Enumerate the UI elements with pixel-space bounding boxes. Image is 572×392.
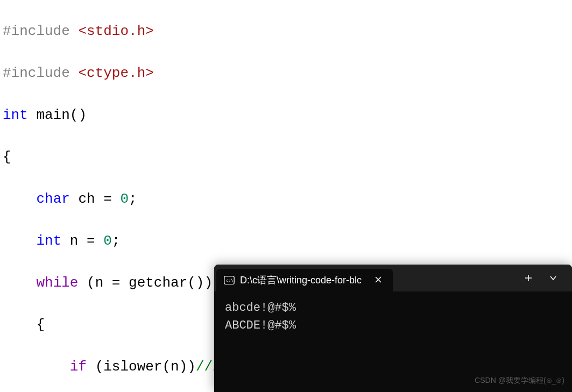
keyword-int: int: [3, 107, 28, 123]
code-line: {: [3, 147, 569, 168]
terminal-actions: [517, 268, 570, 288]
terminal-output[interactable]: abcde!@#$% ABCDE!@#$%: [214, 291, 572, 342]
code-line: char ch = 0;: [3, 189, 569, 210]
code-line: #include <ctype.h>: [3, 63, 569, 84]
watermark: CSDN @我要学编程(⊙_⊙): [475, 376, 564, 386]
svg-text:c:\: c:\: [226, 278, 234, 283]
close-icon[interactable]: [371, 274, 385, 287]
keyword-if: if: [70, 359, 87, 375]
terminal-line: abcde!@#$%: [225, 299, 561, 317]
code-line: #include <stdio.h>: [3, 21, 569, 42]
terminal-window[interactable]: c:\ D:\c语言\writing-code-for-blc abcde!@#…: [214, 265, 572, 392]
dropdown-button[interactable]: [542, 268, 564, 288]
keyword-int: int: [36, 233, 61, 249]
function-main: main(): [28, 107, 87, 123]
preprocessor-directive: #include: [3, 23, 78, 39]
header-include: <stdio.h>: [78, 23, 153, 39]
new-tab-button[interactable]: [517, 268, 540, 288]
preprocessor-directive: #include: [3, 65, 78, 81]
number-literal: 0: [120, 191, 129, 207]
header-include: <ctype.h>: [78, 65, 153, 81]
open-brace: {: [3, 149, 11, 165]
terminal-titlebar: c:\ D:\c语言\writing-code-for-blc: [214, 265, 572, 291]
code-line: int main(): [3, 105, 569, 126]
terminal-tab[interactable]: c:\ D:\c语言\writing-code-for-blc: [216, 269, 393, 291]
terminal-icon: c:\: [224, 275, 235, 285]
number-literal: 0: [103, 233, 112, 249]
code-line: int n = 0;: [3, 231, 569, 252]
chevron-down-icon: [549, 275, 557, 281]
terminal-line: ABCDE!@#$%: [225, 317, 561, 334]
terminal-tab-title: D:\c语言\writing-code-for-blc: [240, 274, 362, 287]
keyword-while: while: [36, 275, 78, 291]
keyword-char: char: [36, 191, 69, 207]
